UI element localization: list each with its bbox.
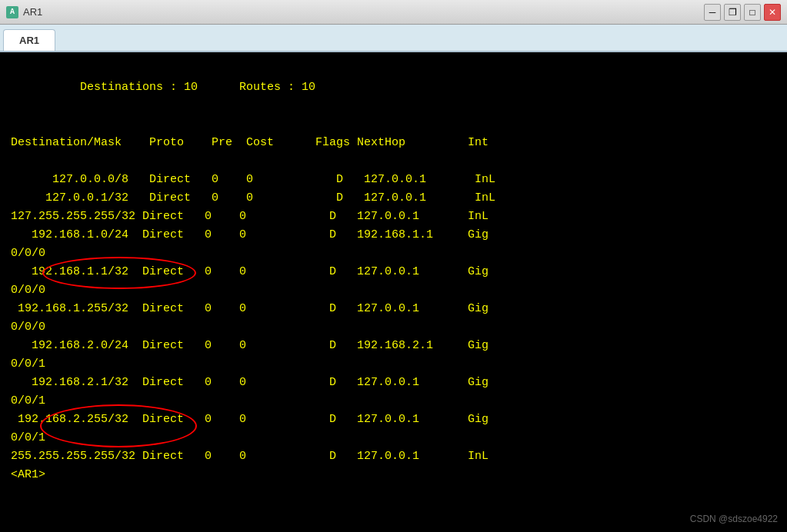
destinations-label: Destinations : 10 Routes : 10 xyxy=(38,81,315,94)
route-row-5: 192.168.1.1/32 Direct 0 0 D 127.0.0.1 Gi… xyxy=(11,263,776,281)
terminal-area: Destinations : 10 Routes : 10 Destinatio… xyxy=(0,52,787,532)
window-controls: ─ ❐ □ ✕ xyxy=(704,4,781,21)
title-bar-left: A AR1 xyxy=(6,6,42,18)
watermark: CSDN @sdszoe4922 xyxy=(690,512,778,526)
restore-button[interactable]: ❐ xyxy=(724,4,741,21)
route-row-4b: 0/0/0 xyxy=(11,244,776,263)
route-row-8: 192.168.2.1/32 Direct 0 0 D 127.0.0.1 Gi… xyxy=(11,374,776,392)
window-title: AR1 xyxy=(23,6,42,18)
close-button[interactable]: ✕ xyxy=(764,4,781,21)
route-row-9: 192.168.2.255/32 Direct 0 0 D 127.0.0.1 … xyxy=(11,411,776,429)
route-row-9b: 0/0/1 xyxy=(11,429,776,447)
route-row-7b: 0/0/1 xyxy=(11,355,776,374)
blank-line xyxy=(11,115,776,134)
tab-bar: AR1 xyxy=(0,25,787,52)
route-row-3: 127.255.255.255/32 Direct 0 0 D 127.0.0.… xyxy=(11,208,776,226)
route-row-8b: 0/0/1 xyxy=(11,392,776,411)
prompt-line: <AR1> xyxy=(11,466,776,484)
route-row-2: 127.0.0.1/32 Direct 0 0 D 127.0.0.1 InL xyxy=(11,189,776,208)
app-icon: A xyxy=(6,6,18,18)
route-row-4: 192.168.1.0/24 Direct 0 0 D 192.168.1.1 … xyxy=(11,226,776,244)
route-row-7: 192.168.2.0/24 Direct 0 0 D 192.168.2.1 … xyxy=(11,337,776,355)
route-row-1: 127.0.0.0/8 Direct 0 0 D 127.0.0.1 InL xyxy=(11,171,776,189)
maximize-button[interactable]: □ xyxy=(744,4,761,21)
title-bar: A AR1 ─ ❐ □ ✕ xyxy=(0,0,787,25)
blank-line2 xyxy=(11,152,776,171)
route-row-6b: 0/0/0 xyxy=(11,318,776,337)
route-row-6: 192.168.1.255/32 Direct 0 0 D 127.0.0.1 … xyxy=(11,300,776,318)
route-row-5b: 0/0/0 xyxy=(11,281,776,300)
tab-ar1[interactable]: AR1 xyxy=(3,29,55,51)
column-headers: Destination/Mask Proto Pre Cost Flags Ne… xyxy=(11,134,776,152)
header-line: Destinations : 10 Routes : 10 xyxy=(11,60,776,115)
route-row-10: 255.255.255.255/32 Direct 0 0 D 127.0.0.… xyxy=(11,447,776,466)
minimize-button[interactable]: ─ xyxy=(704,4,721,21)
